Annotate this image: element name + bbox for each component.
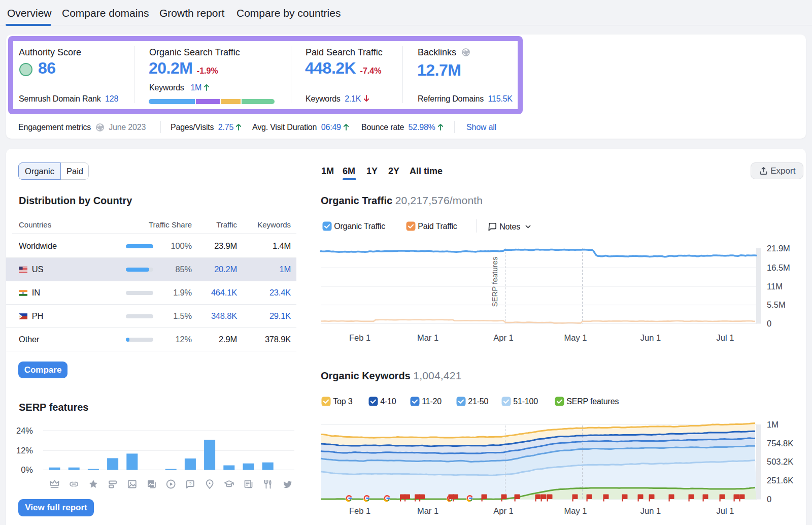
svg-text:?: ?: [189, 481, 191, 486]
svg-text:5.5M: 5.5M: [767, 300, 786, 309]
svg-text:0: 0: [767, 495, 771, 504]
svg-text:Apr 1: Apr 1: [493, 506, 513, 515]
svg-text:0%: 0%: [21, 465, 33, 474]
svg-text:251.6K: 251.6K: [767, 476, 793, 485]
svg-text:754.8K: 754.8K: [767, 439, 793, 448]
svg-text:11M: 11M: [767, 282, 783, 291]
svg-text:Jun 1: Jun 1: [640, 506, 661, 515]
svg-text:16.5M: 16.5M: [767, 263, 790, 272]
svg-text:Jul 1: Jul 1: [717, 333, 734, 342]
svg-text:Apr 1: Apr 1: [493, 333, 513, 342]
svg-text:21.9M: 21.9M: [767, 244, 790, 253]
svg-text:0: 0: [767, 319, 771, 328]
svg-text:May 1: May 1: [564, 506, 587, 515]
svg-text:Mar 1: Mar 1: [417, 333, 438, 342]
svg-text:503.2K: 503.2K: [767, 457, 793, 466]
svg-text:Jun 1: Jun 1: [640, 333, 661, 342]
svg-text:Jul 1: Jul 1: [717, 506, 734, 515]
svg-text:SERP features: SERP features: [490, 257, 499, 307]
svg-text:12%: 12%: [16, 446, 33, 455]
svg-text:1M: 1M: [767, 420, 779, 429]
svg-text:Mar 1: Mar 1: [417, 506, 438, 515]
svg-text:Feb 1: Feb 1: [349, 506, 370, 515]
svg-text:24%: 24%: [16, 426, 33, 435]
svg-text:May 1: May 1: [564, 333, 587, 342]
svg-text:Feb 1: Feb 1: [349, 333, 370, 342]
